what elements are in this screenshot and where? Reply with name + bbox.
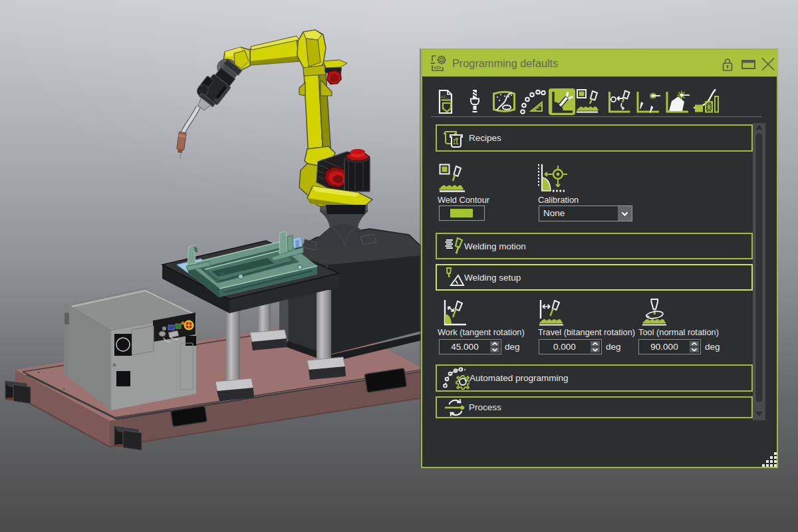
svg-text:</>: </> bbox=[434, 65, 442, 70]
svg-text:</...: </... bbox=[441, 94, 450, 100]
